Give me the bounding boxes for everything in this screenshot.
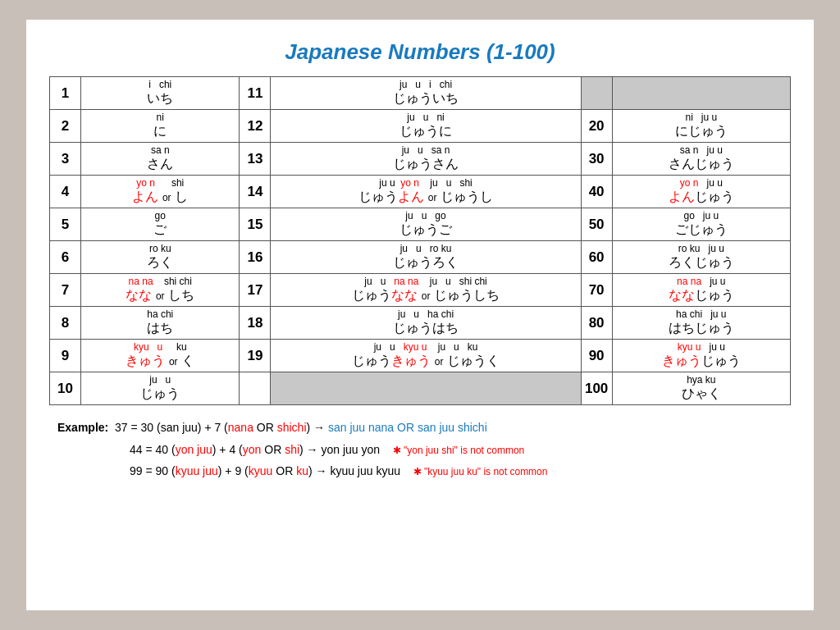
- content-30: sa n ju u さんじゅう: [612, 143, 790, 176]
- content-100: hya ku ひゃく: [612, 372, 790, 405]
- number-1: 1: [50, 77, 81, 110]
- empty-cell: [581, 77, 612, 110]
- number-20: 20: [581, 110, 612, 143]
- table-row: 5 go ご 15 ju u go じゅうご 50 go ju u ごじゅう: [50, 208, 791, 241]
- number-19: 19: [240, 340, 271, 372]
- content-7: na na shi chi なな or しち: [81, 274, 240, 307]
- content-17: ju u na na ju u shi chi じゅうなな or じゅうしち: [271, 274, 581, 307]
- example-3: 99 = 90 (kyuu juu) + 9 (kyuu OR ku) → ky…: [57, 460, 791, 482]
- content-1: i chi いち: [81, 77, 240, 110]
- number-30: 30: [581, 143, 612, 176]
- number-100: 100: [581, 372, 612, 405]
- main-card: Japanese Numbers (1-100) 1 i chi いち 11 j…: [26, 20, 814, 610]
- table-row: 9 kyu u ku きゅう or く 19 ju u kyu u ju u k…: [50, 340, 791, 372]
- empty-content: [612, 77, 790, 110]
- table-row: 1 i chi いち 11 ju u i chi じゅういち: [50, 77, 791, 110]
- numbers-table: 1 i chi いち 11 ju u i chi じゅういち 2 ni: [49, 76, 791, 405]
- content-60: ro ku ju u ろくじゅう: [612, 241, 790, 274]
- table-row: 2 ni に 12 ju u ni じゅうに 20 ni ju u にじゅう: [50, 110, 791, 143]
- content-18: ju u ha chi じゅうはち: [271, 307, 581, 340]
- examples-section: Example: 37 = 30 (san juu) + 7 (nana OR …: [49, 417, 791, 482]
- content-20: ni ju u にじゅう: [612, 110, 790, 143]
- content-6: ro ku ろく: [81, 241, 240, 274]
- number-70: 70: [581, 274, 612, 307]
- content-20-empty: [271, 372, 581, 405]
- content-14: ju u yo n ju u shi じゅうよん or じゅうし: [271, 176, 581, 208]
- number-8: 8: [50, 307, 81, 340]
- number-60: 60: [581, 241, 612, 274]
- number-40: 40: [581, 176, 612, 208]
- content-10: ju u じゅう: [81, 372, 240, 405]
- content-5: go ご: [81, 208, 240, 241]
- number-7: 7: [50, 274, 81, 307]
- content-70: na na ju u ななじゅう: [612, 274, 790, 307]
- content-8: ha chi はち: [81, 307, 240, 340]
- page-title: Japanese Numbers (1-100): [49, 39, 791, 65]
- number-16: 16: [240, 241, 271, 274]
- content-50: go ju u ごじゅう: [612, 208, 790, 241]
- content-9: kyu u ku きゅう or く: [81, 340, 240, 372]
- content-12: ju u ni じゅうに: [271, 110, 581, 143]
- number-80: 80: [581, 307, 612, 340]
- number-15: 15: [240, 208, 271, 241]
- content-3: sa n さん: [81, 143, 240, 176]
- content-90: kyu u ju u きゅうじゅう: [612, 340, 790, 372]
- number-17: 17: [240, 274, 271, 307]
- number-90: 90: [581, 340, 612, 372]
- number-14: 14: [240, 176, 271, 208]
- number-18: 18: [240, 307, 271, 340]
- content-11: ju u i chi じゅういち: [271, 77, 581, 110]
- content-13: ju u sa n じゅうさん: [271, 143, 581, 176]
- example-1: Example: 37 = 30 (san juu) + 7 (nana OR …: [57, 417, 791, 439]
- number-50: 50: [581, 208, 612, 241]
- number-11: 11: [240, 77, 271, 110]
- table-row: 8 ha chi はち 18 ju u ha chi じゅうはち 80 ha c…: [50, 307, 791, 340]
- number-12: 12: [240, 110, 271, 143]
- table-row: 6 ro ku ろく 16 ju u ro ku じゅうろく 60 ro ku …: [50, 241, 791, 274]
- number-4: 4: [50, 176, 81, 208]
- table-row: 7 na na shi chi なな or しち 17 ju u na na j…: [50, 274, 791, 307]
- content-80: ha chi ju u はちじゅう: [612, 307, 790, 340]
- content-19: ju u kyu u ju u ku じゅうきゅう or じゅうく: [271, 340, 581, 372]
- table-row: 3 sa n さん 13 ju u sa n じゅうさん 30 sa n ju …: [50, 143, 791, 176]
- content-4: yo n shi よん or し: [81, 176, 240, 208]
- number-20-empty: [240, 372, 271, 405]
- content-16: ju u ro ku じゅうろく: [271, 241, 581, 274]
- number-3: 3: [50, 143, 81, 176]
- content-15: ju u go じゅうご: [271, 208, 581, 241]
- number-10: 10: [50, 372, 81, 405]
- example-2: 44 = 40 (yon juu) + 4 (yon OR shi) → yon…: [57, 439, 791, 461]
- number-5: 5: [50, 208, 81, 241]
- table-row: 4 yo n shi よん or し 14 ju u yo n ju u shi…: [50, 176, 791, 208]
- number-6: 6: [50, 241, 81, 274]
- number-9: 9: [50, 340, 81, 372]
- number-2: 2: [50, 110, 81, 143]
- number-13: 13: [240, 143, 271, 176]
- table-row: 10 ju u じゅう 100 hya ku ひゃく: [50, 372, 791, 405]
- content-40: yo n ju u よんじゅう: [612, 176, 790, 208]
- content-2: ni に: [81, 110, 240, 143]
